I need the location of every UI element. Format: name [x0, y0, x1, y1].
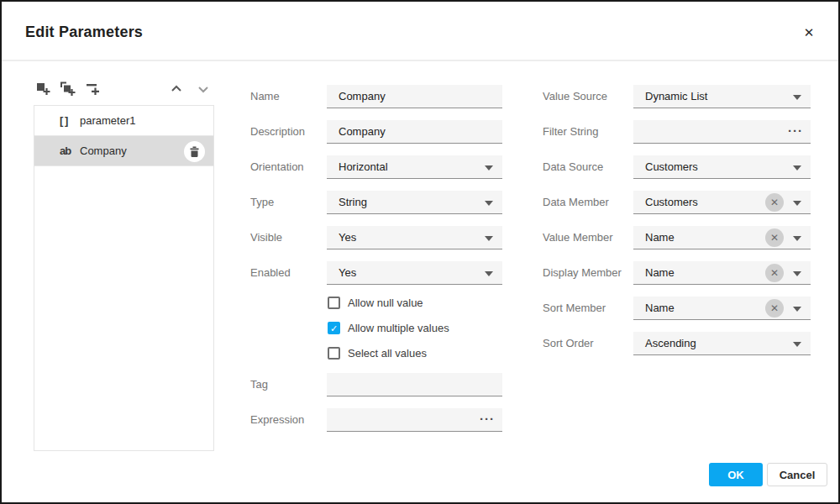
clear-icon[interactable]: ✕	[765, 299, 784, 318]
expression-parameter-icon: [ ]	[60, 106, 80, 136]
clear-icon[interactable]: ✕	[765, 264, 784, 282]
close-icon[interactable]: ✕	[800, 24, 818, 42]
visible-select[interactable]: Yes	[327, 226, 502, 249]
clear-icon[interactable]: ✕	[765, 228, 784, 247]
string-parameter-icon: ab	[60, 136, 80, 166]
data-source-select[interactable]: Customers	[633, 155, 811, 179]
name-input[interactable]: Company	[327, 85, 502, 108]
data-source-label: Data Source	[543, 155, 603, 179]
clear-icon[interactable]: ✕	[765, 193, 784, 212]
list-item-parameter1[interactable]: [ ]parameter1	[34, 106, 213, 136]
move-up-icon[interactable]	[170, 82, 185, 94]
visible-label: Visible	[250, 226, 282, 249]
chevron-down-icon	[793, 95, 801, 100]
add-parameter-icon[interactable]	[35, 81, 52, 97]
delete-parameter-button[interactable]	[184, 141, 205, 162]
dialog-header: Edit Parameters ✕	[2, 2, 838, 61]
move-down-icon[interactable]	[197, 82, 212, 94]
expression-input[interactable]: ···	[327, 408, 502, 432]
data-member-label: Data Member	[543, 191, 609, 214]
description-label: Description	[250, 120, 305, 144]
checkbox-label: Allow multiple values	[348, 321, 449, 336]
parameter-name: Company	[80, 144, 127, 157]
dialog-title: Edit Parameters	[25, 24, 143, 41]
parameter-list: [ ]parameter1 abCompany	[34, 105, 214, 451]
checkbox-box[interactable]: ✓	[328, 322, 340, 334]
description-input[interactable]: Company	[327, 120, 502, 144]
ellipsis-icon[interactable]: ···	[788, 120, 803, 144]
tag-label: Tag	[250, 373, 268, 396]
checkbox-box[interactable]: ✓	[328, 347, 340, 360]
list-item-company[interactable]: abCompany	[34, 136, 213, 166]
trash-icon	[189, 145, 200, 158]
ok-button[interactable]: OK	[709, 463, 763, 486]
parameter-list-toolbar	[34, 81, 213, 101]
checkbox-box[interactable]: ✓	[328, 297, 340, 309]
enabled-select[interactable]: Yes	[327, 261, 502, 285]
chevron-down-icon	[485, 165, 493, 171]
chevron-down-icon	[793, 342, 801, 347]
sort-order-select[interactable]: Ascending	[633, 332, 811, 355]
display-member-select[interactable]: Name ✕	[633, 261, 811, 285]
type-label: Type	[250, 191, 274, 214]
expression-label: Expression	[250, 408, 304, 432]
filter-string-input[interactable]: ···	[633, 120, 811, 144]
chevron-down-icon	[485, 236, 493, 241]
chevron-down-icon	[793, 165, 801, 171]
data-member-select[interactable]: Customers ✕	[633, 191, 811, 214]
enabled-label: Enabled	[250, 261, 291, 285]
value-source-label: Value Source	[543, 85, 607, 108]
value-member-select[interactable]: Name ✕	[633, 226, 811, 249]
chevron-down-icon	[485, 201, 493, 206]
orientation-select[interactable]: Horizontal	[327, 155, 502, 179]
display-member-label: Display Member	[543, 261, 622, 285]
type-select[interactable]: String	[327, 191, 502, 214]
value-source-select[interactable]: Dynamic List	[633, 85, 811, 108]
ellipsis-icon[interactable]: ···	[480, 408, 495, 432]
check-icon: ✓	[329, 323, 339, 333]
cancel-button[interactable]: Cancel	[767, 463, 827, 486]
parameter-name: parameter1	[80, 114, 135, 127]
chevron-down-icon	[485, 271, 493, 276]
tag-input[interactable]	[327, 373, 502, 396]
sort-member-label: Sort Member	[543, 297, 606, 320]
filter-string-label: Filter String	[543, 120, 598, 144]
name-label: Name	[250, 85, 280, 108]
sort-member-select[interactable]: Name ✕	[633, 297, 811, 320]
add-separator-icon[interactable]	[85, 81, 102, 97]
chevron-down-icon	[793, 307, 801, 312]
value-member-label: Value Member	[543, 226, 613, 249]
edit-parameters-dialog: Edit Parameters ✕	[0, 0, 840, 504]
checkbox-label: Allow null value	[348, 296, 423, 311]
chevron-down-icon	[793, 271, 801, 276]
checkbox-label: Select all values	[348, 346, 427, 361]
chevron-down-icon	[793, 201, 801, 206]
add-parameter-group-icon[interactable]	[60, 81, 76, 97]
sort-order-label: Sort Order	[543, 332, 594, 355]
chevron-down-icon	[793, 236, 801, 241]
orientation-label: Orientation	[250, 155, 304, 179]
